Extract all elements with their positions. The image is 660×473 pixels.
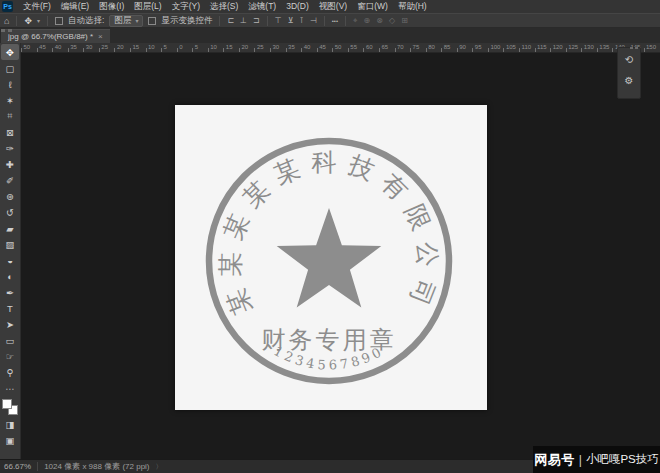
ruler-label: 115 xyxy=(535,43,551,52)
auto-select-checkbox[interactable] xyxy=(55,17,63,25)
collapsed-panel-dock: ⟲⚙ xyxy=(617,47,641,99)
ruler-label: 50 xyxy=(332,43,348,52)
move-tool[interactable]: ✥ xyxy=(1,44,19,60)
lasso-tool[interactable]: ℓ xyxy=(1,76,19,92)
watermark-name: 小吧嘎PS技巧 xyxy=(586,452,659,467)
healing-brush-tool[interactable]: ✚ xyxy=(1,156,19,172)
tab-bar-decoration xyxy=(1,29,5,32)
ruler-label: 75 xyxy=(410,43,426,52)
stamp-star xyxy=(277,208,382,308)
ruler-label: 150 xyxy=(644,43,660,52)
ruler-label: 70 xyxy=(395,43,411,52)
canvas-pasteboard[interactable]: 某某某某某科技有限公司 财务专用章 1234567890 xyxy=(21,53,660,459)
move-tool-icon[interactable]: ✥ xyxy=(24,16,32,26)
menu-file[interactable]: 文件(F) xyxy=(18,0,56,13)
gradient-tool[interactable]: ▨ xyxy=(1,236,19,252)
brush-tool[interactable]: ✐ xyxy=(1,172,19,188)
menu-layer[interactable]: 图层(L) xyxy=(129,0,166,13)
frame-tool[interactable]: ⊠ xyxy=(1,124,19,140)
align-left-icon[interactable]: ⊏ xyxy=(227,16,234,25)
3d-mode-icon-group: ⌖⊕⊗◇⊞ xyxy=(353,16,408,26)
zoom-tool[interactable]: ⚲ xyxy=(1,364,19,380)
ruler-label: 20 xyxy=(239,43,255,52)
align-top-icon[interactable]: ⊤ xyxy=(275,16,282,25)
tab-close-icon[interactable]: × xyxy=(98,32,103,41)
menu-view[interactable]: 视图(V) xyxy=(314,0,352,13)
menu-select[interactable]: 选择(S) xyxy=(205,0,243,13)
color-swatches[interactable] xyxy=(1,398,19,416)
menu-type[interactable]: 文字(Y) xyxy=(167,0,205,13)
dock-panel-icon-history[interactable]: ⟲ xyxy=(620,51,638,68)
path-selection-tool[interactable]: ➤ xyxy=(1,316,19,332)
hand-tool[interactable]: ☞ xyxy=(1,348,19,364)
menu-3d[interactable]: 3D(D) xyxy=(281,0,314,13)
horizontal-ruler[interactable]: 5045403530252015105051015202530354045505… xyxy=(21,43,660,53)
separator xyxy=(47,16,48,26)
type-tool[interactable]: T xyxy=(1,300,19,316)
ruler-label: 130 xyxy=(581,43,597,52)
home-icon[interactable]: ⌂ xyxy=(4,16,9,26)
align-middle-icon[interactable]: ⊻ xyxy=(288,16,294,25)
edit-toolbar-button[interactable]: ⋯ xyxy=(1,380,19,396)
ruler-label: 120 xyxy=(550,43,566,52)
menu-bar: Ps 文件(F)编辑(E)图像(I)图层(L)文字(Y)选择(S)滤镜(T)3D… xyxy=(0,0,660,13)
crop-tool[interactable]: ⌗ xyxy=(1,108,19,124)
tool-preset-caret-icon[interactable]: ▾ xyxy=(37,17,40,24)
ruler-label: 40 xyxy=(52,43,68,52)
ruler-label: 25 xyxy=(254,43,270,52)
ruler-label: 80 xyxy=(426,43,442,52)
dropdown-caret-icon: ▾ xyxy=(135,17,138,24)
menu-filter[interactable]: 滤镜(T) xyxy=(243,0,281,13)
tab-bar-decoration xyxy=(8,29,12,32)
align-right-icon[interactable]: ⊐ xyxy=(253,16,260,25)
show-transform-label: 显示变换控件 xyxy=(161,15,212,27)
shape-tool[interactable]: ▭ xyxy=(1,332,19,348)
foreground-color-swatch[interactable] xyxy=(2,399,12,409)
history-brush-tool[interactable]: ↺ xyxy=(1,204,19,220)
document-tab-bar: jpg @ 66.7%(RGB/8#) * × xyxy=(0,28,660,43)
ruler-label: 30 xyxy=(270,43,286,52)
ruler-label: 10 xyxy=(208,43,224,52)
menu-window[interactable]: 窗口(W) xyxy=(352,0,393,13)
distribute-icon[interactable]: ⊣ xyxy=(310,16,317,25)
separator xyxy=(16,16,17,26)
ruler-label: 40 xyxy=(301,43,317,52)
marquee-tool[interactable]: ▢ xyxy=(1,60,19,76)
status-chevron-icon[interactable]: 〉 xyxy=(156,462,163,472)
eyedropper-tool[interactable]: ✑ xyxy=(1,140,19,156)
pen-tool[interactable]: ✒ xyxy=(1,284,19,300)
3d-mode-icon-5: ⊞ xyxy=(401,16,408,26)
dock-panel-icon-properties[interactable]: ⚙ xyxy=(620,72,638,89)
document-tab[interactable]: jpg @ 66.7%(RGB/8#) * × xyxy=(1,29,110,43)
more-options-button[interactable]: ••• xyxy=(332,18,338,24)
ruler-label: 135 xyxy=(597,43,613,52)
separator xyxy=(324,16,325,26)
ruler-label: 35 xyxy=(68,43,84,52)
ruler-label: 90 xyxy=(457,43,473,52)
clone-stamp-tool[interactable]: ⊛ xyxy=(1,188,19,204)
align-bottom-icon[interactable]: ⊺ xyxy=(300,16,304,25)
3d-mode-icon-1: ⌖ xyxy=(353,16,358,26)
dodge-tool[interactable]: ◐ xyxy=(1,268,19,284)
menu-help[interactable]: 帮助(H) xyxy=(393,0,432,13)
ruler-label: 5 xyxy=(161,43,177,52)
menu-image[interactable]: 图像(I) xyxy=(94,0,129,13)
show-transform-checkbox[interactable] xyxy=(148,17,156,25)
ruler-label: 25 xyxy=(99,43,115,52)
menu-edit[interactable]: 编辑(E) xyxy=(56,0,94,13)
screen-mode-button[interactable]: ▣ xyxy=(1,432,19,448)
quick-selection-tool[interactable]: ✶ xyxy=(1,92,19,108)
auto-select-target-dropdown[interactable]: 图层 ▾ xyxy=(109,15,143,27)
align-center-icon[interactable]: ⊥ xyxy=(240,16,247,25)
zoom-level-field[interactable]: 66.67% xyxy=(4,462,38,471)
eraser-tool[interactable]: ▰ xyxy=(1,220,19,236)
watermark-brand: 网易号 xyxy=(534,451,575,469)
ruler-label: 10 xyxy=(146,43,162,52)
quick-mask-button[interactable]: ◨ xyxy=(1,416,19,432)
auto-select-label: 自动选择: xyxy=(68,15,104,27)
watermark-divider: | xyxy=(579,453,582,467)
photoshop-logo: Ps xyxy=(2,1,13,12)
document-canvas[interactable]: 某某某某某科技有限公司 财务专用章 1234567890 xyxy=(175,105,487,410)
dock-header[interactable] xyxy=(630,47,638,49)
blur-tool[interactable]: ◒ xyxy=(1,252,19,268)
